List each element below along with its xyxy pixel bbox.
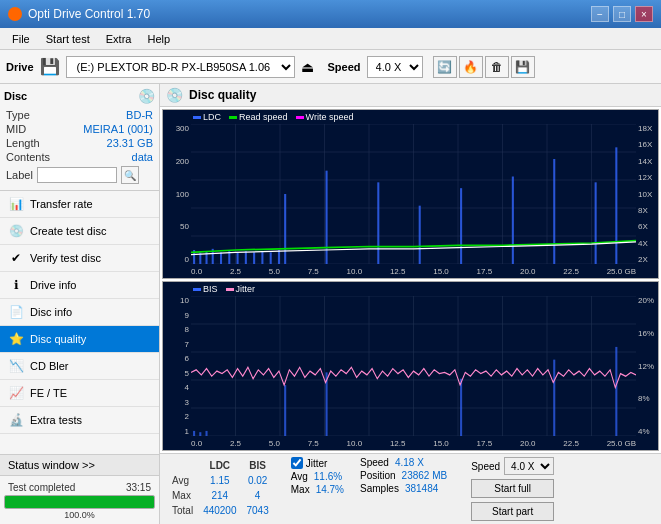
menu-start-test[interactable]: Start test [38, 31, 98, 47]
jitter-avg-value: 11.6% [314, 471, 342, 482]
menu-help[interactable]: Help [139, 31, 178, 47]
length-value: 23.31 GB [107, 137, 153, 149]
contents-value: data [132, 151, 153, 163]
disc-info-icon: 📄 [8, 304, 24, 320]
menu-bar: File Start test Extra Help [0, 28, 661, 50]
speed-stat-value: 4.18 X [395, 457, 424, 468]
drive-label: Drive [6, 61, 34, 73]
stats-table: LDC BIS Avg 1.15 0.02 Max 214 4 Total 44… [166, 457, 275, 519]
progress-bar [4, 495, 155, 509]
app-icon [8, 7, 22, 21]
fe-te-icon: 📈 [8, 385, 24, 401]
close-button[interactable]: × [635, 6, 653, 22]
disc-quality-label: Disc quality [30, 333, 86, 345]
svg-rect-34 [595, 182, 597, 264]
nav-disc-quality[interactable]: ⭐ Disc quality [0, 326, 159, 353]
nav-disc-info[interactable]: 📄 Disc info [0, 299, 159, 326]
chart2-y-axis-right: 20%16%12%8%4% [636, 296, 658, 436]
jitter-avg-label: Avg [291, 471, 308, 482]
svg-rect-21 [237, 252, 239, 264]
svg-rect-32 [512, 177, 514, 265]
verify-test-disc-label: Verify test disc [30, 252, 101, 264]
start-full-button[interactable]: Start full [471, 479, 554, 498]
drive-icon: 💾 [40, 57, 60, 76]
title-bar: Opti Drive Control 1.70 − □ × [0, 0, 661, 28]
type-label: Type [6, 109, 30, 121]
nav-drive-info[interactable]: ℹ Drive info [0, 272, 159, 299]
refresh-button[interactable]: 🔄 [433, 56, 457, 78]
minimize-button[interactable]: − [591, 6, 609, 22]
svg-rect-30 [419, 206, 421, 264]
label-label: Label [6, 169, 33, 181]
label-input[interactable] [37, 167, 117, 183]
create-test-disc-label: Create test disc [30, 225, 106, 237]
maximize-button[interactable]: □ [613, 6, 631, 22]
svg-rect-29 [377, 182, 379, 264]
total-row-label: Total [168, 504, 197, 517]
svg-rect-19 [220, 252, 222, 264]
right-panel: 💿 Disc quality 300200100500 18X16X14X12X… [160, 84, 661, 524]
app-title: Opti Drive Control 1.70 [28, 7, 150, 21]
speed-stat-label: Speed [360, 457, 389, 468]
samples-stat-value: 381484 [405, 483, 438, 494]
drive-info-label: Drive info [30, 279, 76, 291]
disc-panel-icon: 💿 [138, 88, 155, 104]
jitter-max-value: 14.7% [316, 484, 344, 495]
nav-transfer-rate[interactable]: 📊 Transfer rate [0, 191, 159, 218]
svg-rect-26 [278, 250, 280, 264]
menu-file[interactable]: File [4, 31, 38, 47]
max-ldc: 214 [199, 489, 240, 502]
position-stat-label: Position [360, 470, 396, 481]
sidebar: Disc 💿 Type BD-R MID MEIRA1 (001) Length… [0, 84, 160, 524]
drive-info-icon: ℹ [8, 277, 24, 293]
toolbar: Drive 💾 (E:) PLEXTOR BD-R PX-LB950SA 1.0… [0, 50, 661, 84]
speed-setting-select[interactable]: 4.0 X [504, 457, 554, 475]
length-label: Length [6, 137, 40, 149]
position-stat-value: 23862 MB [402, 470, 448, 481]
charts-area: 300200100500 18X16X14X12X10X8X6X4X2X [160, 107, 661, 453]
nav-create-test-disc[interactable]: 💿 Create test disc [0, 218, 159, 245]
svg-rect-31 [460, 188, 462, 264]
drive-select[interactable]: (E:) PLEXTOR BD-R PX-LB950SA 1.06 [66, 56, 295, 78]
nav-verify-test-disc[interactable]: ✔ Verify test disc [0, 245, 159, 272]
start-part-button[interactable]: Start part [471, 502, 554, 521]
menu-extra[interactable]: Extra [98, 31, 140, 47]
jitter-legend-label: Jitter [236, 284, 256, 294]
extra-tests-icon: 🔬 [8, 412, 24, 428]
svg-rect-27 [284, 194, 286, 264]
ldc-legend-label: LDC [203, 112, 221, 122]
mid-label: MID [6, 123, 26, 135]
svg-rect-22 [245, 251, 247, 264]
nav-fe-te[interactable]: 📈 FE / TE [0, 380, 159, 407]
svg-rect-23 [253, 252, 255, 264]
nav-cd-bler[interactable]: 📉 CD Bler [0, 353, 159, 380]
nav-extra-tests[interactable]: 🔬 Extra tests [0, 407, 159, 434]
cd-bler-label: CD Bler [30, 360, 69, 372]
bottom-stats: LDC BIS Avg 1.15 0.02 Max 214 4 Total 44… [160, 453, 661, 524]
write-speed-legend-label: Write speed [306, 112, 354, 122]
bis-legend-label: BIS [203, 284, 218, 294]
erase-button[interactable]: 🗑 [485, 56, 509, 78]
status-text: Test completed [8, 482, 75, 493]
disc-info-label: Disc info [30, 306, 72, 318]
svg-rect-53 [205, 431, 207, 436]
chart1-legend: LDC Read speed Write speed [193, 112, 353, 122]
disc-panel: Disc 💿 Type BD-R MID MEIRA1 (001) Length… [0, 84, 159, 191]
ldc-column-header: LDC [199, 459, 240, 472]
burn-button[interactable]: 🔥 [459, 56, 483, 78]
chart2-inner [191, 296, 636, 436]
max-bis: 4 [243, 489, 273, 502]
jitter-checkbox[interactable] [291, 457, 303, 469]
chart1-x-axis: 0.02.55.07.510.012.515.017.520.022.525.0… [191, 267, 636, 276]
chart2-x-axis: 0.02.55.07.510.012.515.017.520.022.525.0… [191, 439, 636, 448]
eject-icon[interactable]: ⏏ [301, 59, 314, 75]
label-search-button[interactable]: 🔍 [121, 166, 139, 184]
extra-tests-label: Extra tests [30, 414, 82, 426]
save-button[interactable]: 💾 [511, 56, 535, 78]
svg-rect-57 [553, 360, 555, 436]
chart1-y-axis-left: 300200100500 [163, 124, 191, 264]
speed-select[interactable]: 4.0 X [367, 56, 423, 78]
status-window-button[interactable]: Status window >> [0, 455, 159, 476]
cd-bler-icon: 📉 [8, 358, 24, 374]
bis-column-header: BIS [243, 459, 273, 472]
